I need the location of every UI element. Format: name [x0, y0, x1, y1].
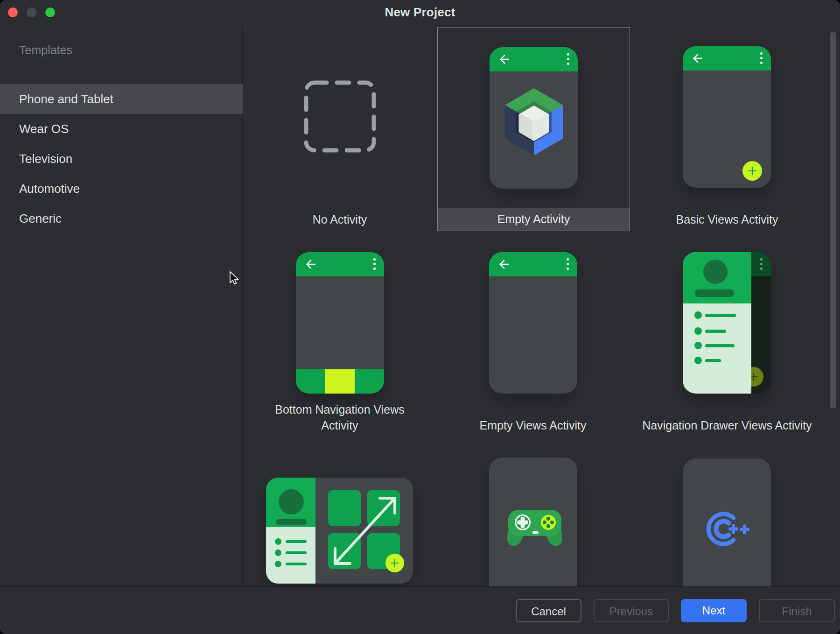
template-gallery: No Activity [243, 27, 840, 586]
drawer-item-bullet [275, 549, 281, 556]
mouse-cursor-icon [227, 270, 241, 286]
mock-appbar [489, 252, 577, 276]
sidebar-item-wear-os[interactable]: Wear OS [0, 114, 243, 144]
drawer-item-line [286, 563, 307, 565]
avatar [703, 260, 728, 284]
drawer-item-bullet [694, 311, 702, 319]
new-project-dialog: New Project Templates Phone and Tablet W… [0, 0, 840, 634]
mock-appbar [296, 252, 384, 276]
dialog-title: New Project [0, 5, 840, 20]
drawer-item-bullet [694, 327, 702, 335]
gamepad-icon [505, 508, 564, 548]
back-arrow-icon [304, 257, 318, 271]
card-label: Navigation Drawer Views Activity [630, 417, 824, 433]
drawer-header [266, 478, 315, 527]
drawer-header [683, 252, 751, 303]
phone-mockup [296, 252, 384, 394]
fab-plus-icon [385, 554, 404, 572]
mock-nav-drawer [683, 252, 751, 394]
title-bar[interactable]: New Project [0, 0, 840, 27]
drawer-item-line [286, 551, 307, 554]
sidebar-item-phone-and-tablet[interactable]: Phone and Tablet [0, 84, 243, 114]
back-arrow-icon [691, 51, 705, 65]
drawer-list [266, 527, 315, 584]
templates-header: Templates [19, 43, 72, 57]
drawer-item-line [705, 330, 726, 333]
drawer-item-bullet [275, 561, 281, 567]
phone-mockup [490, 47, 578, 189]
scrollbar[interactable] [830, 32, 836, 409]
phone-mockup [683, 46, 771, 188]
phone-mockup [683, 252, 771, 394]
drawer-item-bullet [694, 357, 702, 364]
fab-plus-icon [742, 161, 762, 181]
card-label: Basic Views Activity [630, 211, 824, 227]
sidebar-item-generic[interactable]: Generic [0, 204, 243, 233]
drawer-item-line [286, 540, 307, 543]
cancel-button[interactable]: Cancel [516, 599, 581, 622]
tablet-mockup [266, 478, 413, 584]
previous-button[interactable]: Previous [594, 599, 669, 622]
card-label-selected: Empty Activity [438, 208, 630, 231]
jetpack-compose-icon [499, 85, 569, 159]
next-button[interactable]: Next [681, 599, 747, 622]
mock-appbar [490, 47, 578, 71]
kebab-menu-icon [567, 258, 569, 272]
drawer-item-line [705, 314, 736, 317]
kebab-menu-icon [567, 53, 570, 67]
sidebar-item-television[interactable]: Television [0, 144, 243, 174]
card-label: Bottom Navigation Views Activity [260, 402, 419, 433]
cpp-icon [706, 512, 750, 546]
sidebar-item-automotive[interactable]: Automotive [0, 174, 243, 204]
mock-appbar [683, 46, 771, 70]
phone-mockup [683, 458, 771, 586]
card-label: No Activity [243, 211, 436, 227]
avatar-name-bar [276, 519, 307, 525]
mock-bottom-nav [296, 369, 384, 394]
card-label: Empty Views Activity [436, 417, 630, 433]
dialog-footer: Cancel Previous Next Finish [0, 586, 840, 634]
avatar-name-bar [695, 289, 734, 297]
phone-mockup [489, 458, 577, 586]
screen: New Project Templates Phone and Tablet W… [0, 0, 840, 634]
drawer-item-bullet [275, 538, 281, 545]
back-arrow-icon [497, 52, 511, 66]
back-arrow-icon [497, 257, 511, 271]
kebab-menu-icon [760, 258, 763, 272]
finish-button[interactable]: Finish [759, 599, 835, 622]
drawer-item-line [705, 359, 721, 362]
kebab-menu-icon [760, 52, 763, 66]
phone-mockup [489, 252, 577, 394]
kebab-menu-icon [373, 258, 376, 272]
template-category-sidebar: Templates Phone and Tablet Wear OS Telev… [0, 27, 243, 586]
avatar [279, 489, 304, 514]
template-card-empty-activity[interactable]: Empty Activity [437, 27, 630, 231]
dashed-frame-icon [303, 80, 377, 153]
drawer-item-line [705, 344, 735, 347]
drawer-item-bullet [694, 342, 702, 349]
